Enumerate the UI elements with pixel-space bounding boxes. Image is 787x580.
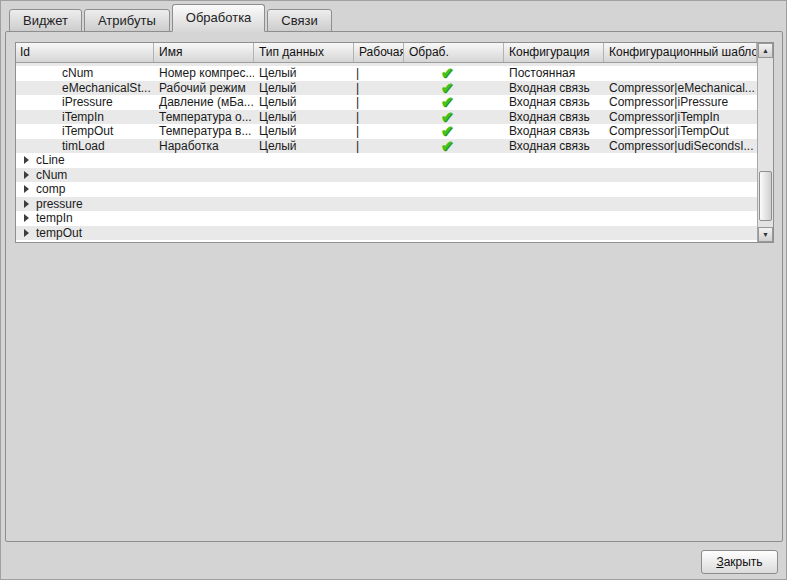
attr-row-iTempOut[interactable]: iTempOutТемпература в...Целый|✔Входная с… [16, 124, 757, 139]
cell-name: Давление (мБа... [154, 95, 254, 110]
processed-check-icon: ✔ [441, 68, 454, 78]
cell-id: iTempOut [16, 124, 154, 139]
scroll-up-button[interactable]: ▲ [758, 43, 773, 58]
table-body: cNumНомер компрес...Целый|✔ПостояннаяeMe… [16, 63, 757, 242]
processed-check-icon: ✔ [441, 97, 454, 107]
tab-bar: ВиджетАтрибутыОбработкаСвязи [9, 5, 334, 32]
cell-config: Входная связь [504, 124, 604, 139]
cell-work: | [354, 81, 404, 96]
cell-work: | [354, 110, 404, 125]
cell-type: Целый [254, 124, 354, 139]
column-header-0[interactable]: Id [16, 43, 154, 62]
tree-row-timLoad[interactable]: timLoad [16, 240, 757, 242]
arrow-down-icon: ▼ [762, 231, 769, 238]
tree-row-label: cLine [36, 153, 65, 168]
tree-row-pressure[interactable]: pressure [16, 197, 757, 212]
cell-config: Входная связь [504, 95, 604, 110]
cell-id: timLoad [16, 139, 154, 154]
tree-row-label: cNum [36, 168, 67, 183]
expand-arrow-icon[interactable] [24, 214, 29, 222]
cell-name: Наработка [154, 139, 254, 154]
processed-check-icon: ✔ [441, 83, 454, 93]
tab-3[interactable]: Связи [267, 9, 331, 32]
cell-id: cNum [16, 66, 154, 81]
cell-type: Целый [254, 110, 354, 125]
table-header: IdИмяТип данныхРабочаяОбраб.Конфигурация… [16, 43, 757, 63]
attr-row-timLoad[interactable]: timLoadНаработкаЦелый|✔Входная связьComp… [16, 139, 757, 154]
column-header-2[interactable]: Тип данных [254, 43, 354, 62]
column-header-6[interactable]: Конфигурационный шаблон [604, 43, 757, 62]
expand-arrow-icon[interactable] [24, 171, 29, 179]
tree-row-label: timLoad [36, 240, 79, 242]
cell-config: Входная связь [504, 81, 604, 96]
tab-0[interactable]: Виджет [9, 9, 82, 32]
cell-template: Compressor|iPressure [604, 95, 757, 110]
cell-processed: ✔ [404, 124, 504, 139]
vertical-scrollbar[interactable]: ▲ ▼ [757, 43, 773, 242]
cell-type: Целый [254, 95, 354, 110]
attr-row-iTempIn[interactable]: iTempInТемпература о...Целый|✔Входная св… [16, 110, 757, 125]
cell-id: iTempIn [16, 110, 154, 125]
tree-row-label: tempOut [36, 226, 82, 241]
tree-row-cLine[interactable]: cLine [16, 153, 757, 168]
cell-template: Compressor|udiSecondsI... [604, 139, 757, 154]
tab-2[interactable]: Обработка [172, 4, 266, 32]
cell-processed: ✔ [404, 139, 504, 154]
tree-row-tempIn[interactable]: tempIn [16, 211, 757, 226]
cell-work: | [354, 66, 404, 81]
column-header-4[interactable]: Обраб. [404, 43, 504, 62]
column-header-1[interactable]: Имя [154, 43, 254, 62]
cell-work: | [354, 95, 404, 110]
tree-row-tempOut[interactable]: tempOut [16, 226, 757, 241]
expand-arrow-icon[interactable] [24, 185, 29, 193]
processed-check-icon: ✔ [441, 126, 454, 136]
cell-type: Целый [254, 139, 354, 154]
tree-row-cNum[interactable]: cNum [16, 168, 757, 183]
cell-template: Compressor|iTempIn [604, 110, 757, 125]
cell-config: Входная связь [504, 139, 604, 154]
cell-template [604, 66, 757, 81]
arrow-up-icon: ▲ [762, 47, 769, 54]
cell-processed: ✔ [404, 81, 504, 96]
scrollbar-thumb[interactable] [759, 171, 772, 221]
close-button[interactable]: Закрыть [701, 550, 778, 574]
cell-name: Номер компрес... [154, 66, 254, 81]
cell-template: Compressor|iTempOut [604, 124, 757, 139]
attr-row-eMechanicalSt[interactable]: eMechanicalSt...Рабочий режимЦелый|✔Вход… [16, 81, 757, 96]
cell-processed: ✔ [404, 66, 504, 81]
processed-check-icon: ✔ [441, 141, 454, 151]
cell-processed: ✔ [404, 110, 504, 125]
expand-arrow-icon[interactable] [24, 200, 29, 208]
expand-arrow-icon[interactable] [24, 229, 29, 237]
column-header-3[interactable]: Рабочая [354, 43, 404, 62]
cell-name: Рабочий режим [154, 81, 254, 96]
tree-row-label: comp [36, 182, 65, 197]
cell-config: Постоянная [504, 66, 604, 81]
cell-type: Целый [254, 81, 354, 96]
cell-work: | [354, 139, 404, 154]
cell-id: iPressure [16, 95, 154, 110]
attr-row-cNum[interactable]: cNumНомер компрес...Целый|✔Постоянная [16, 66, 757, 81]
cell-name: Температура о... [154, 110, 254, 125]
cell-type: Целый [254, 66, 354, 81]
close-button-label: Закрыть [716, 555, 762, 569]
tree-row-label: pressure [36, 197, 83, 212]
cell-config: Входная связь [504, 110, 604, 125]
tab-1[interactable]: Атрибуты [84, 9, 170, 32]
column-header-5[interactable]: Конфигурация [504, 43, 604, 62]
expand-arrow-icon[interactable] [24, 156, 29, 164]
tree-row-label: tempIn [36, 211, 73, 226]
tree-row-comp[interactable]: comp [16, 182, 757, 197]
cell-work: | [354, 124, 404, 139]
cell-name: Температура в... [154, 124, 254, 139]
attributes-table: IdИмяТип данныхРабочаяОбраб.Конфигурация… [15, 42, 774, 243]
scroll-down-button[interactable]: ▼ [758, 227, 773, 242]
attr-row-iPressure[interactable]: iPressureДавление (мБа...Целый|✔Входная … [16, 95, 757, 110]
cell-id: eMechanicalSt... [16, 81, 154, 96]
cell-processed: ✔ [404, 95, 504, 110]
processed-check-icon: ✔ [441, 112, 454, 122]
cell-template: Compressor|eMechanical... [604, 81, 757, 96]
processing-dialog: ВиджетАтрибутыОбработкаСвязи IdИмяТип да… [0, 0, 787, 580]
